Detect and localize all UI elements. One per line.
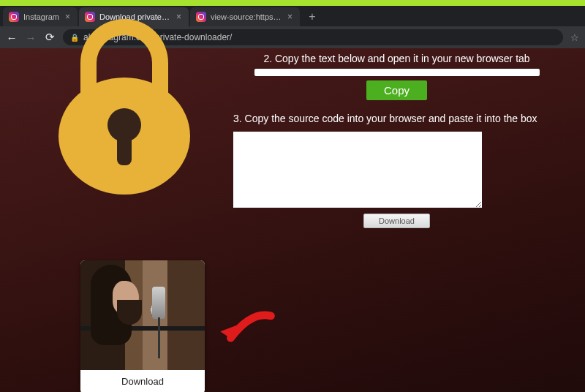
source-code-textarea[interactable] <box>233 132 482 208</box>
close-icon[interactable]: × <box>287 12 292 22</box>
step-3: 3. Copy the source code into your browse… <box>230 113 563 228</box>
result-card: Download <box>80 260 205 392</box>
tab-instagram[interactable]: Instagram × <box>3 7 78 26</box>
instagram-icon <box>196 12 206 22</box>
download-button[interactable]: Download <box>363 214 430 228</box>
close-icon[interactable]: × <box>176 12 181 22</box>
annotation-arrow-icon <box>212 304 278 366</box>
tab-view-source[interactable]: view-source:https://www.instagr × <box>190 7 300 26</box>
new-tab-button[interactable]: + <box>304 9 320 25</box>
tab-title: Instagram <box>23 12 59 21</box>
forward-icon[interactable]: → <box>25 31 37 44</box>
step-3-label: 3. Copy the source code into your browse… <box>233 113 563 124</box>
step-2: 2. Copy the text below and open it in yo… <box>238 53 556 100</box>
lock-icon: 🔒 <box>70 34 79 42</box>
back-icon[interactable]: ← <box>6 31 18 44</box>
bookmark-icon[interactable]: ☆ <box>570 32 579 43</box>
video-thumbnail[interactable] <box>80 260 205 370</box>
close-icon[interactable]: × <box>65 12 70 22</box>
instagram-icon <box>85 12 95 22</box>
step-2-text-field[interactable] <box>254 69 540 76</box>
window-top-accent <box>0 0 585 6</box>
step-2-label: 2. Copy the text below and open it in yo… <box>238 53 556 64</box>
copy-button[interactable]: Copy <box>366 80 427 100</box>
tab-strip: Instagram × Download private instagram v… <box>0 6 585 26</box>
page-content: 2. Copy the text below and open it in yo… <box>0 48 585 392</box>
reload-icon[interactable]: ⟳ <box>44 31 56 44</box>
result-download-button[interactable]: Download <box>80 370 205 392</box>
instagram-icon <box>9 12 19 22</box>
tab-title: view-source:https://www.instagr <box>211 12 282 21</box>
